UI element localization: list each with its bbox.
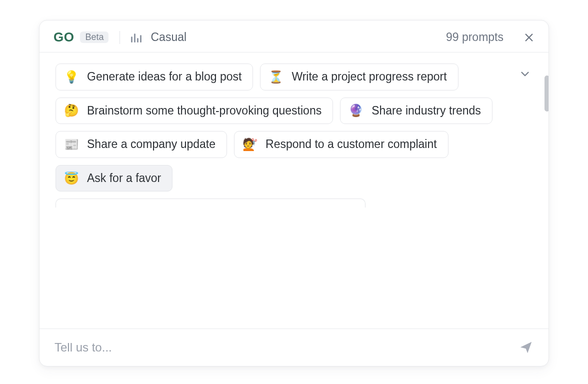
compose-input[interactable] <box>54 340 518 354</box>
suggestion-emoji-icon: 📰 <box>64 138 79 150</box>
suggestion-label: Respond to a customer complaint <box>266 138 437 152</box>
suggestion-chip[interactable]: 💇Respond to a customer complaint <box>234 131 448 158</box>
prompts-remaining: 99 prompts <box>446 30 504 44</box>
suggestion-emoji-icon: ⏳ <box>268 71 284 83</box>
suggestion-label: Write a project progress report <box>292 70 446 84</box>
suggestion-label: Generate ideas for a blog post <box>87 70 242 84</box>
beta-badge: Beta <box>80 32 108 43</box>
chevron-down-icon[interactable] <box>518 68 532 80</box>
header-divider <box>120 31 120 44</box>
send-icon[interactable] <box>518 340 534 355</box>
panel-header: GO Beta Casual 99 prompts <box>40 20 548 52</box>
suggestion-chip-list: 💡Generate ideas for a blog post⏳Write a … <box>56 64 532 192</box>
suggestion-emoji-icon: 💡 <box>64 71 79 83</box>
compose-bar <box>40 328 548 366</box>
tone-label[interactable]: Casual <box>150 30 186 44</box>
suggestion-emoji-icon: 🤔 <box>64 104 79 116</box>
suggestion-label: Share a company update <box>87 138 216 152</box>
close-icon[interactable] <box>524 32 534 43</box>
suggestion-label: Ask for a favor <box>87 172 161 186</box>
suggestion-chip[interactable]: 💡Generate ideas for a blog post <box>56 64 253 90</box>
suggestion-chip-peek <box>56 198 366 208</box>
app-logo: GO <box>54 30 74 45</box>
suggestion-emoji-icon: 🔮 <box>348 104 364 116</box>
suggestion-chip[interactable]: 🔮Share industry trends <box>340 98 492 124</box>
suggestion-emoji-icon: 😇 <box>64 172 79 184</box>
go-panel: GO Beta Casual 99 prompts 💡Generate idea… <box>39 20 549 366</box>
suggestions-area: 💡Generate ideas for a blog post⏳Write a … <box>40 52 548 328</box>
suggestion-chip[interactable]: ⏳Write a project progress report <box>260 64 458 90</box>
suggestion-emoji-icon: 💇 <box>242 138 258 150</box>
scrollbar-thumb[interactable] <box>544 76 548 112</box>
suggestion-chip[interactable]: 🤔Brainstorm some thought-provoking quest… <box>56 98 333 124</box>
suggestion-label: Share industry trends <box>372 104 481 118</box>
tone-icon[interactable] <box>131 32 142 42</box>
suggestion-chip[interactable]: 📰Share a company update <box>56 131 227 158</box>
suggestion-label: Brainstorm some thought-provoking questi… <box>87 104 322 118</box>
suggestion-chip[interactable]: 😇Ask for a favor <box>56 165 172 192</box>
